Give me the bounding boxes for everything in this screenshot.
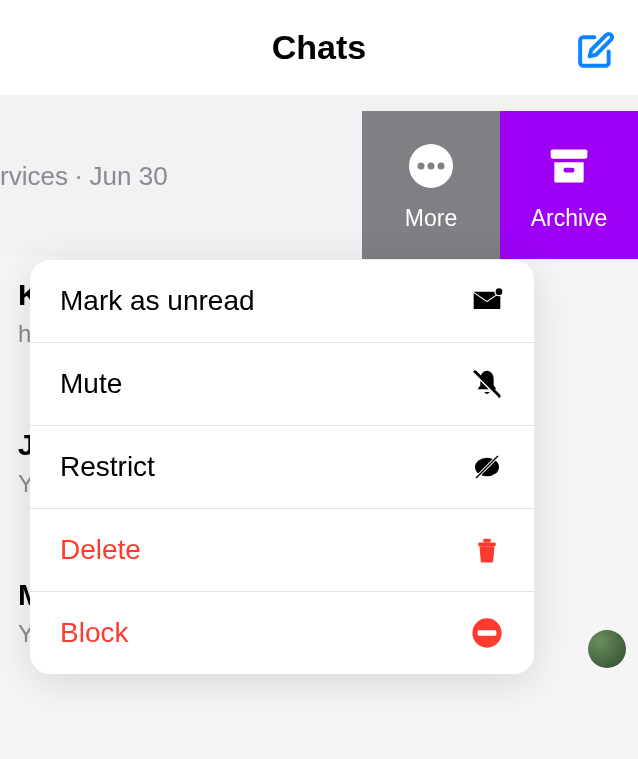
svg-rect-13 [483, 539, 491, 543]
chat-preview-text: rvices · Jun 30 [0, 161, 168, 192]
svg-point-3 [438, 162, 445, 169]
archive-action-label: Archive [531, 205, 608, 232]
more-action-label: More [405, 205, 457, 232]
header: Chats [0, 0, 638, 96]
page-title: Chats [272, 28, 366, 67]
restrict-label: Restrict [60, 451, 155, 483]
context-menu: Mark as unread Mute Restrict [30, 260, 534, 674]
mute-label: Mute [60, 368, 122, 400]
svg-point-1 [418, 162, 425, 169]
mute-button[interactable]: Mute [30, 343, 534, 426]
restrict-button[interactable]: Restrict [30, 426, 534, 509]
delete-label: Delete [60, 534, 141, 566]
block-button[interactable]: Block [30, 592, 534, 674]
svg-point-2 [428, 162, 435, 169]
mark-unread-button[interactable]: Mark as unread [30, 260, 534, 343]
avatar[interactable] [588, 630, 626, 668]
compose-button[interactable] [576, 30, 616, 70]
compose-icon [577, 31, 615, 69]
svg-rect-15 [478, 630, 497, 635]
more-icon [404, 139, 458, 193]
svg-rect-4 [551, 149, 588, 158]
svg-rect-12 [478, 543, 496, 547]
svg-point-6 [495, 288, 503, 296]
chat-list: rvices · Jun 30 More [0, 96, 638, 256]
block-icon [470, 616, 504, 650]
more-action-button[interactable]: More [362, 111, 500, 259]
swipe-actions: More Archive [362, 111, 638, 259]
chat-row-swiped[interactable]: rvices · Jun 30 More [0, 96, 638, 256]
mark-unread-label: Mark as unread [60, 285, 255, 317]
block-label: Block [60, 617, 128, 649]
restrict-icon [470, 450, 504, 484]
archive-action-button[interactable]: Archive [500, 111, 638, 259]
delete-button[interactable]: Delete [30, 509, 534, 592]
trash-icon [470, 533, 504, 567]
bell-slash-icon [470, 367, 504, 401]
svg-rect-5 [564, 167, 575, 172]
envelope-icon [470, 284, 504, 318]
archive-icon [542, 139, 596, 193]
